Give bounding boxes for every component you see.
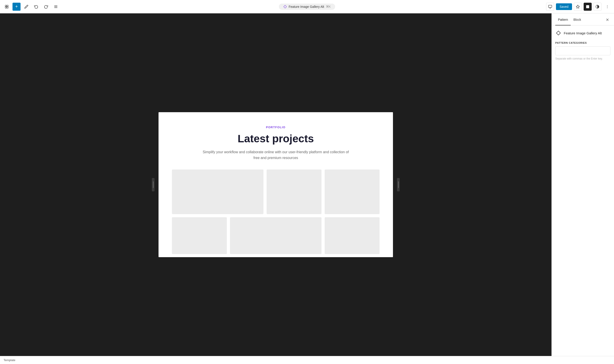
theme-button[interactable]: [574, 3, 582, 11]
svg-rect-2: [7, 5, 8, 6]
section-label: PORTFOLIO: [172, 126, 380, 129]
gallery-item-5: [230, 217, 322, 254]
hamburger-icon: [54, 5, 58, 9]
gallery-item-4: [172, 217, 227, 254]
toolbar-left: +: [3, 3, 204, 11]
svg-rect-11: [586, 5, 589, 8]
svg-point-13: [607, 6, 608, 7]
svg-point-12: [607, 5, 608, 6]
saved-button[interactable]: Saved: [556, 3, 572, 10]
svg-marker-10: [576, 5, 579, 8]
desktop-view-button[interactable]: [546, 3, 554, 11]
drag-handle-left[interactable]: [152, 178, 154, 191]
panel-block-header: Feature Image Gallery Alt: [555, 30, 610, 36]
svg-point-14: [607, 8, 608, 8]
editor-view-button[interactable]: [584, 3, 592, 11]
tab-block[interactable]: Block: [571, 14, 584, 26]
more-options-button[interactable]: [603, 3, 611, 11]
add-block-button[interactable]: +: [13, 3, 21, 11]
logo-button[interactable]: [3, 3, 11, 11]
panel-block-title: Feature Image Gallery Alt: [564, 31, 602, 35]
pencil-button[interactable]: [22, 3, 30, 11]
svg-rect-7: [549, 5, 552, 8]
diamond-icon: [283, 5, 287, 9]
panel-content: Feature Image Gallery Alt PATTERN CATEGO…: [552, 26, 614, 356]
undo-icon: [34, 5, 38, 9]
redo-button[interactable]: [42, 3, 50, 11]
section-title: Latest projects: [172, 132, 380, 145]
gallery-item-2: [267, 169, 322, 214]
status-bar: Template: [0, 356, 614, 364]
toolbar-center: Feature Image Gallery Alt ⌘K: [206, 4, 408, 10]
menu-button[interactable]: [52, 3, 60, 11]
toolbar: +: [0, 0, 614, 13]
categories-field-group: PATTERN CATEGORIES Separate with commas …: [555, 41, 610, 60]
status-template-label: Template: [4, 358, 15, 362]
desktop-icon: [548, 5, 552, 9]
main-layout: PORTFOLIO Latest projects Simplify your …: [0, 13, 614, 356]
svg-rect-0: [5, 5, 6, 6]
categories-field-label: PATTERN CATEGORIES: [555, 41, 610, 44]
canvas-frame: PORTFOLIO Latest projects Simplify your …: [159, 112, 393, 257]
drag-handle-inner-left: [153, 181, 154, 188]
editor-icon: [586, 5, 590, 9]
canvas-area: PORTFOLIO Latest projects Simplify your …: [0, 13, 551, 356]
block-diamond-icon: [555, 30, 561, 36]
style-button[interactable]: [593, 3, 601, 11]
ellipsis-icon: [605, 5, 609, 9]
drag-handle-inner-right: [398, 181, 399, 188]
pencil-icon: [24, 5, 28, 9]
toolbar-right: Saved: [410, 3, 611, 11]
panel-tabs: Pattern Block ✕: [552, 13, 614, 26]
svg-rect-3: [7, 7, 8, 8]
gallery-item-6: [325, 217, 380, 254]
gallery-row-top: [172, 169, 380, 214]
gallery-item-3: [325, 169, 380, 214]
tab-pattern[interactable]: Pattern: [555, 14, 571, 26]
undo-button[interactable]: [32, 3, 40, 11]
logo-icon: [5, 5, 9, 9]
categories-input[interactable]: [555, 46, 610, 55]
right-panel: Pattern Block ✕ Feature Image Gallery Al…: [551, 13, 614, 356]
template-name-pill[interactable]: Feature Image Gallery Alt ⌘K: [279, 4, 335, 10]
categories-field-hint: Separate with commas or the Enter key.: [555, 57, 610, 60]
panel-close-button[interactable]: ✕: [604, 17, 610, 23]
svg-rect-1: [5, 7, 6, 8]
redo-icon: [44, 5, 48, 9]
diamond-outline-icon: [556, 31, 561, 36]
section-description: Simplify your workflow and collaborate o…: [200, 149, 352, 161]
gallery-item-1: [172, 169, 263, 214]
theme-icon: [576, 5, 580, 9]
drag-handle-right[interactable]: [397, 178, 400, 191]
gallery-row-bottom: [172, 217, 380, 254]
shortcut-hint: ⌘K: [326, 5, 331, 8]
template-name-text: Feature Image Gallery Alt: [289, 5, 324, 9]
half-circle-icon: [596, 5, 600, 9]
